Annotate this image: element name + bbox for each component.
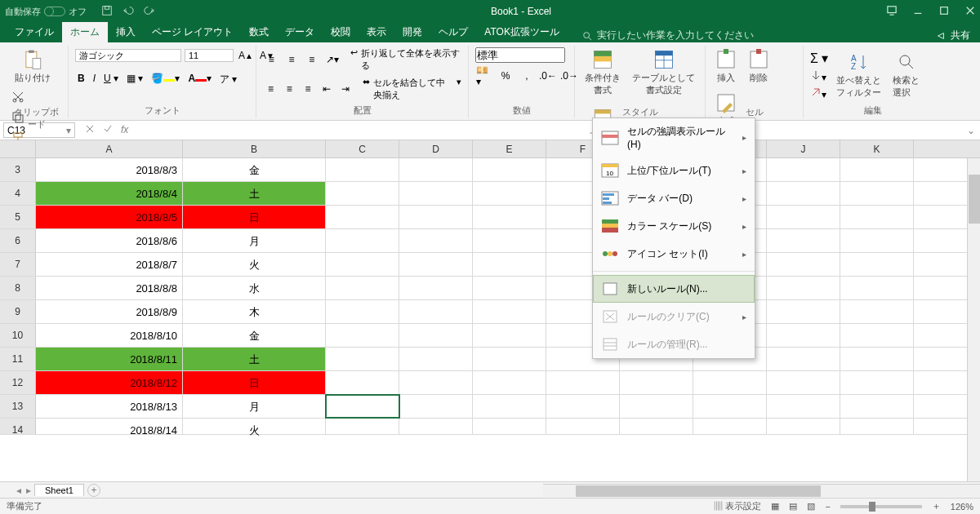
cell[interactable]: 水 [183, 277, 326, 299]
cell[interactable] [767, 229, 840, 252]
col-header-D[interactable]: D [399, 140, 473, 157]
table-row[interactable]: 132018/8/13月 [0, 395, 980, 419]
view-page-break-icon[interactable]: ▧ [807, 501, 815, 512]
cell[interactable] [693, 395, 767, 418]
cell[interactable] [767, 324, 840, 347]
cell[interactable] [326, 300, 399, 323]
enter-formula-icon[interactable] [103, 124, 113, 136]
cell[interactable]: 2018/8/11 [36, 348, 183, 370]
share-button[interactable]: 共有 [936, 29, 980, 42]
cell[interactable]: 金 [183, 158, 326, 181]
col-header-A[interactable]: A [36, 140, 183, 157]
zoom-out-icon[interactable]: − [825, 502, 830, 512]
cell[interactable] [620, 395, 693, 418]
cell[interactable] [326, 324, 399, 347]
sheet-nav-next-icon[interactable]: ▸ [26, 485, 31, 496]
col-header-B[interactable]: B [183, 140, 326, 157]
cell[interactable] [546, 419, 620, 434]
percent-format-icon[interactable]: % [497, 68, 514, 84]
row-header[interactable]: 12 [0, 371, 36, 394]
cell[interactable] [473, 395, 546, 418]
cancel-formula-icon[interactable] [85, 124, 95, 136]
ribbon-tab-8[interactable]: 開発 [394, 22, 430, 42]
cell[interactable] [767, 348, 840, 370]
cell[interactable] [693, 419, 767, 434]
ribbon-tab-1[interactable]: ホーム [62, 22, 108, 42]
cell[interactable] [840, 229, 914, 252]
cell[interactable]: 月 [183, 395, 326, 418]
cell[interactable] [326, 229, 399, 252]
cf-menu-item-newrule[interactable]: 新しいルール(N)... [593, 275, 755, 303]
cell[interactable] [326, 206, 399, 228]
ribbon-tab-7[interactable]: 表示 [359, 22, 394, 42]
cell[interactable] [399, 395, 473, 418]
cell[interactable] [767, 182, 840, 205]
cell[interactable]: 2018/8/10 [36, 324, 183, 347]
cell[interactable]: 日 [183, 206, 326, 228]
maximize-icon[interactable] [939, 6, 949, 18]
cell[interactable] [326, 158, 399, 181]
cf-menu-item-topbottom[interactable]: 10上位/下位ルール(T) [593, 157, 755, 184]
cell[interactable]: 土 [183, 182, 326, 205]
decrease-indent-icon[interactable]: ⇤ [318, 81, 334, 97]
col-header-K[interactable]: K [840, 140, 914, 157]
cell[interactable] [326, 395, 399, 418]
sheet-nav-prev-icon[interactable]: ◂ [16, 485, 21, 496]
minimize-icon[interactable] [913, 6, 923, 18]
table-row[interactable]: 42018/8/4土 [0, 182, 980, 206]
table-row[interactable]: 142018/8/14火 [0, 419, 980, 435]
cell[interactable] [399, 300, 473, 323]
cell[interactable] [840, 371, 914, 394]
comma-format-icon[interactable]: , [518, 68, 536, 84]
merge-center-button[interactable]: ⬌セルを結合して中央揃え▾ [363, 77, 461, 101]
zoom-level[interactable]: 126% [951, 502, 973, 512]
sort-filter-button[interactable]: AZ並べ替えと フィルター [833, 50, 884, 100]
conditional-format-button[interactable]: 条件付き 書式 [581, 47, 624, 98]
cell[interactable] [840, 300, 914, 323]
cf-menu-item-colorscale[interactable]: カラー スケール(S) [593, 212, 755, 240]
cell[interactable]: 2018/8/5 [36, 206, 183, 228]
cell[interactable] [473, 300, 546, 323]
ribbon-tab-10[interactable]: ATOK拡張ツール [476, 22, 568, 42]
table-row[interactable]: 112018/8/11土 [0, 348, 980, 371]
col-header-C[interactable]: C [326, 140, 399, 157]
cell[interactable] [840, 253, 914, 276]
undo-icon[interactable] [122, 5, 134, 19]
autosave-toggle[interactable]: 自動保存 オフ [5, 6, 87, 18]
cell[interactable]: 2018/8/3 [36, 158, 183, 181]
ribbon-options-icon[interactable] [887, 6, 897, 18]
increase-indent-icon[interactable]: ⇥ [337, 81, 353, 97]
zoom-in-icon[interactable]: ＋ [932, 500, 941, 512]
close-icon[interactable] [965, 6, 975, 18]
cell[interactable] [399, 324, 473, 347]
table-row[interactable]: 52018/8/5日 [0, 206, 980, 229]
cell[interactable] [399, 419, 473, 434]
autosum-icon[interactable]: Σ ▾ [810, 51, 828, 66]
cell[interactable] [473, 253, 546, 276]
align-right-icon[interactable]: ≡ [301, 81, 316, 97]
table-row[interactable]: 82018/8/8水 [0, 277, 980, 300]
cell[interactable]: 2018/8/6 [36, 229, 183, 252]
table-row[interactable]: 102018/8/10金 [0, 324, 980, 348]
cell[interactable] [473, 277, 546, 299]
cell[interactable] [767, 253, 840, 276]
cell[interactable] [326, 348, 399, 370]
cell[interactable]: 2018/8/14 [36, 419, 183, 434]
cell[interactable] [473, 324, 546, 347]
font-size-input[interactable] [185, 49, 234, 62]
table-row[interactable]: 72018/8/7火 [0, 253, 980, 277]
ribbon-tab-4[interactable]: 数式 [241, 22, 277, 42]
formula-input[interactable] [135, 122, 962, 138]
align-left-icon[interactable]: ≡ [263, 81, 278, 97]
border-button[interactable]: ▦ ▾ [124, 72, 145, 87]
fill-color-button[interactable]: 🪣▾ [149, 72, 182, 87]
cell[interactable] [693, 371, 767, 394]
increase-font-icon[interactable]: A▲ [237, 47, 255, 64]
row-header[interactable]: 7 [0, 253, 36, 276]
select-all-corner[interactable] [0, 140, 36, 157]
cell[interactable] [399, 182, 473, 205]
align-center-icon[interactable]: ≡ [282, 81, 297, 97]
cell[interactable]: 2018/8/8 [36, 277, 183, 299]
fx-icon[interactable]: fx [121, 124, 128, 136]
cell[interactable]: 木 [183, 300, 326, 323]
